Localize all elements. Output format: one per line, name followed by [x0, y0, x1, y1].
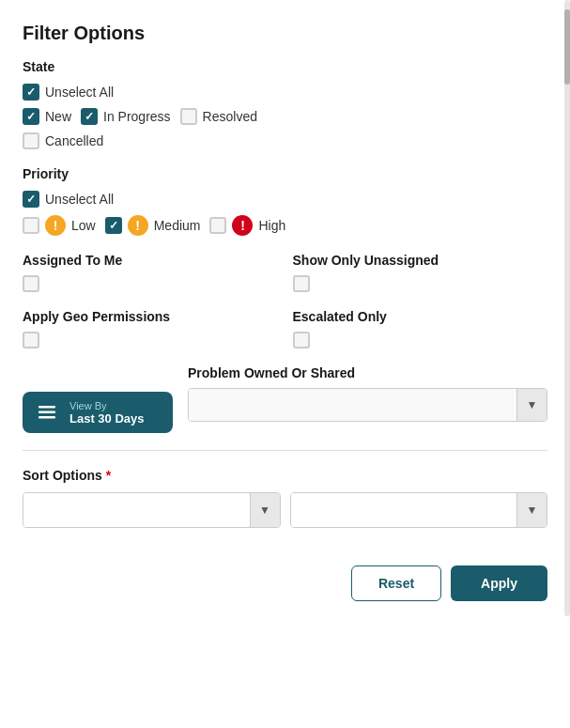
priority-options-row: ! Low ! Medium ! High [23, 215, 547, 236]
view-problem-row: View By Last 30 Days Problem Owned Or Sh… [23, 365, 547, 433]
filter-panel: Filter Options State Unselect All New In… [0, 0, 570, 528]
priority-unselect-all-label: Unselect All [45, 192, 114, 207]
apply-geo-checkbox[interactable] [23, 332, 39, 349]
state-unselect-all-checkbox[interactable] [23, 84, 39, 101]
svg-rect-1 [39, 411, 55, 414]
filters-row2: Apply Geo Permissions Escalated Only [23, 309, 547, 349]
apply-geo-section: Apply Geo Permissions [23, 309, 278, 349]
state-new-checkbox[interactable] [23, 108, 39, 125]
priority-label: Priority [23, 166, 547, 181]
state-unselect-all-label: Unselect All [45, 85, 114, 100]
problem-owned-label: Problem Owned Or Shared [188, 365, 547, 380]
view-by-small-label: View By [69, 400, 145, 411]
view-by-section: View By Last 30 Days [23, 365, 173, 433]
escalated-only-label: Escalated Only [293, 309, 548, 324]
priority-medium-icon: ! [128, 215, 148, 236]
show-only-unassigned-label: Show Only Unassigned [293, 253, 548, 268]
panel-title: Filter Options [23, 23, 547, 44]
state-unselect-row: Unselect All [23, 84, 547, 101]
scrollbar[interactable] [564, 0, 570, 616]
state-in-progress-item[interactable]: In Progress [81, 108, 171, 125]
priority-high-item[interactable]: ! High [209, 215, 285, 236]
priority-medium-item[interactable]: ! Medium [105, 215, 201, 236]
sort-row: ▼ ▼ [23, 492, 547, 528]
state-new-item[interactable]: New [23, 108, 71, 125]
state-new-label: New [45, 109, 71, 124]
show-only-unassigned-item[interactable] [293, 275, 548, 292]
problem-owned-input[interactable] [189, 389, 516, 421]
apply-geo-label: Apply Geo Permissions [23, 309, 278, 324]
sort-input-2[interactable] [291, 493, 517, 527]
priority-unselect-row: Unselect All [23, 191, 547, 208]
sort-input-1[interactable] [23, 493, 250, 527]
divider [23, 450, 547, 451]
sort-arrow-2[interactable]: ▼ [516, 493, 547, 527]
state-cancelled-row: Cancelled [23, 132, 547, 149]
priority-low-icon: ! [45, 215, 66, 236]
assigned-to-me-item[interactable] [23, 275, 278, 292]
priority-high-label: High [258, 218, 285, 233]
priority-high-icon: ! [232, 215, 253, 236]
priority-low-item[interactable]: ! Low [23, 215, 96, 236]
assigned-to-me-section: Assigned To Me [23, 253, 278, 292]
sort-options-section: Sort Options * ▼ ▼ [23, 468, 547, 528]
reset-button[interactable]: Reset [351, 565, 441, 601]
sort-options-label: Sort Options * [23, 468, 547, 483]
svg-rect-0 [39, 406, 55, 409]
view-by-big-label: Last 30 Days [69, 411, 145, 426]
view-by-button[interactable]: View By Last 30 Days [23, 392, 173, 433]
filters-row1: Assigned To Me Show Only Unassigned [23, 253, 547, 292]
state-in-progress-checkbox[interactable] [81, 108, 98, 125]
priority-unselect-all-checkbox[interactable] [23, 191, 39, 208]
escalated-only-item[interactable] [293, 332, 548, 349]
priority-unselect-all[interactable]: Unselect All [23, 191, 114, 208]
priority-section: Priority Unselect All ! Low ! Medium [23, 166, 547, 236]
assigned-to-me-label: Assigned To Me [23, 253, 278, 268]
priority-low-label: Low [71, 218, 96, 233]
state-resolved-label: Resolved [203, 109, 257, 124]
sort-arrow-1[interactable]: ▼ [250, 493, 280, 527]
apply-geo-item[interactable] [23, 332, 278, 349]
escalated-only-section: Escalated Only [293, 309, 548, 349]
state-section: State Unselect All New In Progress [23, 59, 547, 149]
view-by-icon [34, 399, 60, 426]
state-resolved-checkbox[interactable] [180, 108, 197, 125]
state-cancelled-label: Cancelled [45, 133, 103, 148]
state-cancelled-checkbox[interactable] [23, 132, 39, 149]
scrollbar-thumb[interactable] [564, 9, 570, 85]
problem-owned-arrow[interactable]: ▼ [516, 389, 547, 421]
view-by-text: View By Last 30 Days [69, 400, 145, 426]
required-star: * [106, 468, 111, 483]
state-options-row: New In Progress Resolved [23, 108, 547, 125]
problem-owned-select[interactable]: ▼ [188, 388, 547, 422]
state-resolved-item[interactable]: Resolved [180, 108, 257, 125]
svg-rect-2 [39, 416, 55, 419]
apply-button[interactable]: Apply [451, 565, 547, 601]
show-only-unassigned-checkbox[interactable] [293, 275, 310, 292]
sort-select-1[interactable]: ▼ [23, 492, 281, 528]
priority-high-checkbox[interactable] [209, 217, 226, 234]
state-unselect-all[interactable]: Unselect All [23, 84, 114, 101]
priority-low-checkbox[interactable] [23, 217, 39, 234]
show-only-unassigned-section: Show Only Unassigned [293, 253, 548, 292]
sort-select-2[interactable]: ▼ [290, 492, 548, 528]
assigned-to-me-checkbox[interactable] [23, 275, 39, 292]
escalated-only-checkbox[interactable] [293, 332, 310, 349]
state-label: State [23, 59, 547, 74]
problem-owned-section: Problem Owned Or Shared ▼ [188, 365, 547, 422]
state-cancelled-item[interactable]: Cancelled [23, 132, 103, 149]
footer-buttons: Reset Apply [0, 550, 570, 616]
state-in-progress-label: In Progress [103, 109, 171, 124]
priority-medium-checkbox[interactable] [105, 217, 122, 234]
priority-medium-label: Medium [154, 218, 201, 233]
